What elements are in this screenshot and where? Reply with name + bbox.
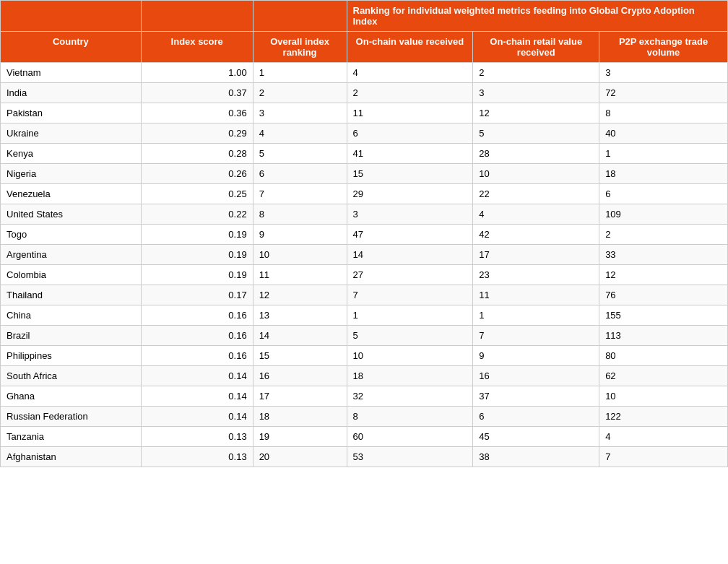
cell-retail: 9 bbox=[473, 346, 599, 366]
cell-onchain: 5 bbox=[347, 326, 473, 346]
cell-onchain: 60 bbox=[347, 427, 473, 447]
table-row: Ukraine0.2946540 bbox=[1, 123, 728, 144]
cell-ranking: 7 bbox=[253, 184, 347, 204]
cell-country: Afghanistan bbox=[1, 447, 142, 467]
cell-p2p: 7 bbox=[599, 447, 728, 467]
cell-p2p: 62 bbox=[599, 366, 728, 386]
cell-onchain: 32 bbox=[347, 386, 473, 407]
table-row: Russian Federation0.141886122 bbox=[1, 407, 728, 427]
cell-p2p: 72 bbox=[599, 83, 728, 103]
cell-p2p: 80 bbox=[599, 346, 728, 366]
cell-onchain: 4 bbox=[347, 63, 473, 83]
cell-country: India bbox=[1, 83, 142, 103]
cell-ranking: 12 bbox=[253, 285, 347, 305]
cell-retail: 28 bbox=[473, 144, 599, 164]
table-row: Kenya0.28541281 bbox=[1, 144, 728, 164]
cell-retail: 38 bbox=[473, 447, 599, 467]
cell-retail: 37 bbox=[473, 386, 599, 407]
cell-country: South Africa bbox=[1, 366, 142, 386]
cell-p2p: 3 bbox=[599, 63, 728, 83]
cell-country: Vietnam bbox=[1, 63, 142, 83]
cell-ranking: 15 bbox=[253, 346, 347, 366]
cell-ranking: 8 bbox=[253, 204, 347, 225]
table-row: Colombia0.1911272312 bbox=[1, 265, 728, 285]
cell-ranking: 2 bbox=[253, 83, 347, 103]
cell-onchain: 2 bbox=[347, 83, 473, 103]
table-row: Afghanistan0.132053387 bbox=[1, 447, 728, 467]
cell-country: Russian Federation bbox=[1, 407, 142, 427]
cell-onchain: 11 bbox=[347, 103, 473, 123]
cell-ranking: 9 bbox=[253, 225, 347, 245]
header-onchain-value: On-chain value received bbox=[347, 32, 473, 63]
cell-p2p: 1 bbox=[599, 144, 728, 164]
cell-index: 0.19 bbox=[141, 265, 253, 285]
cell-index: 0.13 bbox=[141, 447, 253, 467]
header-country: Country bbox=[1, 32, 142, 63]
cell-index: 0.16 bbox=[141, 346, 253, 366]
cell-index: 0.14 bbox=[141, 386, 253, 407]
table-row: Pakistan0.36311128 bbox=[1, 103, 728, 123]
cell-country: Thailand bbox=[1, 285, 142, 305]
cell-ranking: 19 bbox=[253, 427, 347, 447]
cell-index: 0.22 bbox=[141, 204, 253, 225]
cell-country: Philippines bbox=[1, 346, 142, 366]
cell-p2p: 122 bbox=[599, 407, 728, 427]
cell-p2p: 10 bbox=[599, 386, 728, 407]
cell-country: Pakistan bbox=[1, 103, 142, 123]
cell-retail: 42 bbox=[473, 225, 599, 245]
table-row: Philippines0.161510980 bbox=[1, 346, 728, 366]
cell-retail: 5 bbox=[473, 123, 599, 144]
cell-retail: 22 bbox=[473, 184, 599, 204]
cell-ranking: 20 bbox=[253, 447, 347, 467]
table-row: India0.3722372 bbox=[1, 83, 728, 103]
cell-country: Ghana bbox=[1, 386, 142, 407]
cell-ranking: 10 bbox=[253, 245, 347, 265]
cell-index: 0.37 bbox=[141, 83, 253, 103]
cell-ranking: 4 bbox=[253, 123, 347, 144]
cell-index: 0.17 bbox=[141, 285, 253, 305]
cell-ranking: 5 bbox=[253, 144, 347, 164]
cell-retail: 4 bbox=[473, 204, 599, 225]
header-index-score: Index score bbox=[141, 32, 253, 63]
cell-ranking: 17 bbox=[253, 386, 347, 407]
cell-retail: 17 bbox=[473, 245, 599, 265]
cell-country: Togo bbox=[1, 225, 142, 245]
table-row: Togo0.19947422 bbox=[1, 225, 728, 245]
cell-index: 0.19 bbox=[141, 225, 253, 245]
cell-country: Nigeria bbox=[1, 164, 142, 184]
cell-index: 0.16 bbox=[141, 326, 253, 346]
cell-p2p: 40 bbox=[599, 123, 728, 144]
cell-retail: 23 bbox=[473, 265, 599, 285]
cell-index: 0.14 bbox=[141, 407, 253, 427]
table-row: Nigeria0.266151018 bbox=[1, 164, 728, 184]
cell-onchain: 14 bbox=[347, 245, 473, 265]
cell-retail: 1 bbox=[473, 305, 599, 326]
cell-p2p: 2 bbox=[599, 225, 728, 245]
cell-index: 0.14 bbox=[141, 366, 253, 386]
cell-country: Ukraine bbox=[1, 123, 142, 144]
cell-country: China bbox=[1, 305, 142, 326]
cell-p2p: 4 bbox=[599, 427, 728, 447]
cell-p2p: 113 bbox=[599, 326, 728, 346]
cell-p2p: 18 bbox=[599, 164, 728, 184]
table-row: Thailand0.171271176 bbox=[1, 285, 728, 305]
cell-retail: 7 bbox=[473, 326, 599, 346]
cell-ranking: 3 bbox=[253, 103, 347, 123]
cell-retail: 2 bbox=[473, 63, 599, 83]
table-row: Tanzania0.131960454 bbox=[1, 427, 728, 447]
table-row: Venezuela0.25729226 bbox=[1, 184, 728, 204]
cell-onchain: 10 bbox=[347, 346, 473, 366]
empty-header-index bbox=[141, 1, 253, 32]
ranking-group-header: Ranking for individual weighted metrics … bbox=[347, 1, 728, 32]
table-row: China0.161311155 bbox=[1, 305, 728, 326]
cell-ranking: 11 bbox=[253, 265, 347, 285]
cell-country: Brazil bbox=[1, 326, 142, 346]
cell-retail: 16 bbox=[473, 366, 599, 386]
cell-index: 0.19 bbox=[141, 245, 253, 265]
cell-p2p: 76 bbox=[599, 285, 728, 305]
cell-onchain: 8 bbox=[347, 407, 473, 427]
cell-country: United States bbox=[1, 204, 142, 225]
cell-index: 0.29 bbox=[141, 123, 253, 144]
cell-p2p: 8 bbox=[599, 103, 728, 123]
cell-onchain: 47 bbox=[347, 225, 473, 245]
